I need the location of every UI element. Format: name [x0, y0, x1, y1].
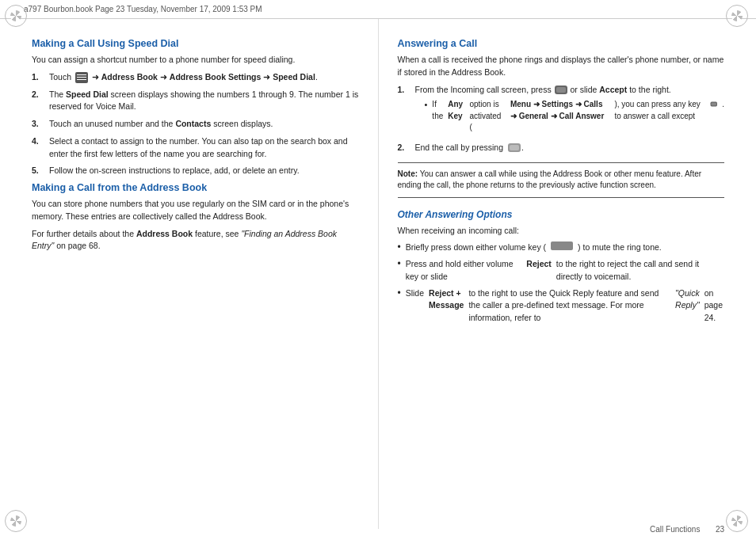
- vol-key-icon: [551, 241, 573, 250]
- page-container: a797 Bourbon.book Page 23 Tuesday, Novem…: [0, 0, 756, 540]
- answer-step-2-content: End the call by pressing .: [415, 142, 725, 154]
- answer-step-1-content: From the Incoming call screen, press or …: [415, 84, 725, 137]
- step-3-num: 3.: [32, 118, 43, 131]
- answer-step-2: 2. End the call by pressing .: [398, 142, 725, 154]
- address-book-section: Making a Call from the Address Book You …: [32, 182, 359, 253]
- svg-rect-3: [711, 103, 716, 106]
- end-call-icon-sub: [710, 99, 718, 109]
- step-2: 2. The Speed Dial screen displays showin…: [32, 89, 359, 114]
- step-2-num: 2.: [32, 89, 43, 114]
- other-options-section: Other Answering Options When receiving a…: [398, 209, 725, 325]
- step-4-content: Select a contact to assign to the number…: [49, 135, 359, 161]
- step-1-content: Touch ➜ Address Book ➜ Address Book Sett…: [49, 71, 359, 84]
- step-4-num: 4.: [32, 135, 43, 161]
- end-call-icon: [507, 143, 521, 153]
- answer-step-2-num: 2.: [398, 142, 409, 154]
- other-options-intro: When receiving an incoming call:: [398, 225, 725, 238]
- menu-icon: [75, 72, 88, 83]
- answering-call-section: Answering a Call When a call is received…: [398, 38, 725, 154]
- step-3-content: Touch an unused number and the Contacts …: [49, 118, 359, 131]
- answer-sub-bullet-1: If the Any Key option is activated (Menu…: [425, 99, 725, 134]
- bullet-1: Briefly press down either volume key () …: [398, 241, 725, 254]
- address-book-heading: Making a Call from the Address Book: [32, 182, 359, 193]
- note-text: You can answer a call while using the Ad…: [398, 169, 702, 190]
- footer-bar: Call Functions 23: [0, 518, 756, 540]
- address-book-para1: You can store phone numbers that you use…: [32, 198, 359, 223]
- content-area: Making a Call Using Speed Dial You can a…: [0, 19, 756, 529]
- svg-rect-5: [510, 145, 519, 150]
- speed-dial-steps: 1. Touch ➜ Address Book ➜ Address Book S…: [32, 71, 359, 177]
- header-bar: a797 Bourbon.book Page 23 Tuesday, Novem…: [0, 0, 756, 19]
- step-4: 4. Select a contact to assign to the num…: [32, 135, 359, 161]
- answering-call-heading: Answering a Call: [398, 38, 725, 49]
- step-5: 5. Follow the on-screen instructions to …: [32, 165, 359, 177]
- step-1: 1. Touch ➜ Address Book ➜ Address Book S…: [32, 71, 359, 84]
- step-3: 3. Touch an unused number and the Contac…: [32, 118, 359, 131]
- note-label: Note:: [398, 169, 418, 178]
- footer-text: Call Functions 23: [650, 525, 724, 534]
- speed-dial-intro: You can assign a shortcut number to a ph…: [32, 54, 359, 67]
- footer-left: Call Functions: [650, 525, 700, 534]
- step-2-content: The Speed Dial screen displays showing t…: [49, 89, 359, 114]
- svg-rect-1: [556, 87, 566, 93]
- other-options-bullets: Briefly press down either volume key () …: [398, 241, 725, 325]
- other-options-heading: Other Answering Options: [398, 209, 725, 220]
- corner-top-right: [726, 5, 751, 30]
- bullet-3: Slide Reject + Message to the right to u…: [398, 287, 725, 325]
- answer-sub-bullets: If the Any Key option is activated (Menu…: [425, 99, 725, 134]
- corner-top-left: [5, 5, 30, 30]
- address-book-para2: For further details about the Address Bo…: [32, 228, 359, 253]
- answering-steps: 1. From the Incoming call screen, press …: [398, 84, 725, 154]
- footer-page: 23: [716, 525, 724, 534]
- header-text: a797 Bourbon.book Page 23 Tuesday, Novem…: [24, 5, 262, 13]
- step-5-num: 5.: [32, 165, 43, 177]
- note-box: Note: You can answer a call while using …: [398, 162, 725, 198]
- bullet-2: Press and hold either volume key or slid…: [398, 258, 725, 283]
- step-1-num: 1.: [32, 71, 43, 84]
- answer-step-1-num: 1.: [398, 84, 409, 137]
- right-column: Answering a Call When a call is received…: [379, 19, 757, 529]
- answering-call-intro: When a call is received the phone rings …: [398, 54, 725, 79]
- step-5-content: Follow the on-screen instructions to rep…: [49, 165, 359, 177]
- speed-dial-heading: Making a Call Using Speed Dial: [32, 38, 359, 49]
- left-column: Making a Call Using Speed Dial You can a…: [0, 19, 379, 529]
- speed-dial-section: Making a Call Using Speed Dial You can a…: [32, 38, 359, 177]
- answer-step-1: 1. From the Incoming call screen, press …: [398, 84, 725, 137]
- accept-call-icon: [554, 85, 568, 95]
